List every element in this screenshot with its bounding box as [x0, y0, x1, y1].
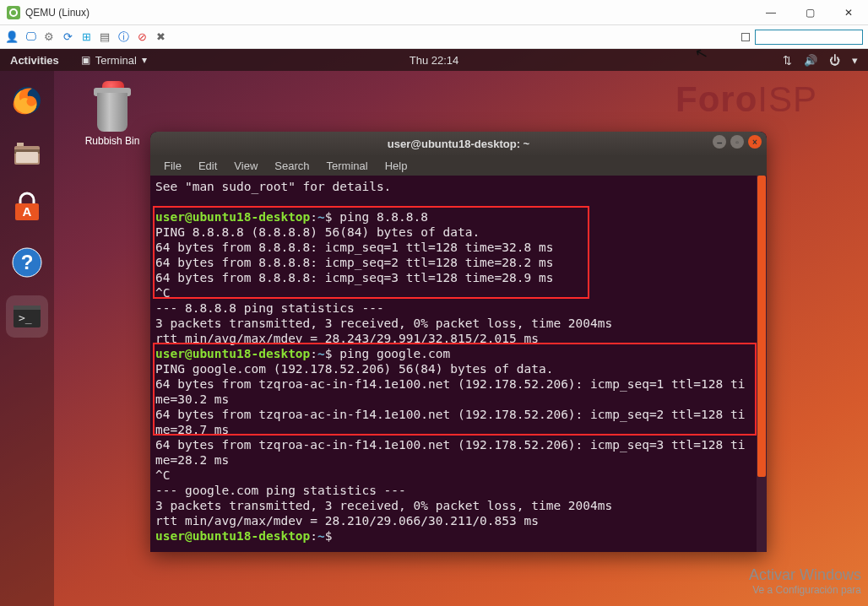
term-line: ^C — [155, 286, 170, 300]
activation-line1: Activar Windows — [749, 566, 861, 584]
term-line: rtt min/avg/max/mdev = 28.243/29.991/32.… — [155, 332, 539, 345]
svg-rect-3 — [17, 143, 24, 146]
dock-software[interactable]: A — [6, 187, 48, 230]
active-app-menu[interactable]: ▣ Terminal ▾ — [81, 54, 147, 67]
menu-file[interactable]: File — [157, 158, 188, 174]
term-cmd: ping google.com — [333, 347, 451, 360]
term-line: See "man sudo_root" for details. — [155, 180, 391, 193]
term-line: me=30.2 ms — [155, 392, 229, 406]
user-icon[interactable]: 👤 — [5, 30, 19, 44]
chevron-down-icon: ▾ — [142, 54, 147, 66]
menu-edit[interactable]: Edit — [192, 158, 224, 174]
close-button[interactable]: ✕ — [829, 0, 868, 25]
terminal-window: user@ubuntu18-desktop: ~ ‒ ▫ × File Edit… — [150, 132, 767, 552]
term-line: me=28.2 ms — [155, 453, 229, 467]
prompt-path: ~ — [317, 347, 325, 360]
terminal-body[interactable]: See "man sudo_root" for details. user@ub… — [150, 176, 767, 552]
windows-activation-watermark: Activar Windows Ve a Configuración para — [749, 566, 861, 596]
trash-icon — [92, 83, 133, 132]
clock[interactable]: Thu 22:14 — [410, 54, 459, 67]
power-icon[interactable]: ⏻ — [829, 54, 840, 67]
qemu-toolbar-input[interactable] — [755, 30, 863, 45]
dock-help[interactable]: ? — [6, 241, 48, 284]
chevron-down-icon[interactable]: ▾ — [852, 54, 858, 67]
dock-files[interactable] — [6, 133, 48, 176]
gear-icon[interactable]: ⚙ — [42, 30, 56, 44]
qemu-icon — [7, 6, 20, 19]
term-line: me=28.7 ms — [155, 423, 229, 436]
term-line: 64 bytes from 8.8.8.8: icmp_seq=3 ttl=12… — [155, 271, 553, 284]
term-line: 3 packets transmitted, 3 received, 0% pa… — [155, 317, 612, 330]
scrollbar-thumb[interactable] — [757, 176, 766, 477]
menu-terminal[interactable]: Terminal — [320, 158, 375, 174]
network-icon[interactable]: ⇅ — [783, 54, 792, 67]
term-line: --- 8.8.8.8 ping statistics --- — [155, 301, 384, 315]
cancel-icon[interactable]: ✖ — [154, 30, 167, 44]
terminal-scrollbar[interactable] — [757, 176, 767, 552]
ubuntu-desktop: ForoISP Activities ▣ Terminal ▾ Thu 22:1… — [0, 49, 868, 606]
term-line: PING google.com (192.178.52.206) 56(84) … — [155, 362, 553, 376]
dock-terminal[interactable]: >_ — [6, 295, 48, 338]
svg-rect-11 — [14, 306, 41, 310]
info-icon[interactable]: ⓘ — [117, 30, 130, 44]
minimize-button[interactable]: — — [751, 0, 790, 25]
activation-line2: Ve a Configuración para — [749, 584, 861, 596]
prompt-userhost: user@ubuntu18-desktop — [155, 210, 310, 224]
terminal-title: user@ubuntu18-desktop: ~ — [388, 138, 529, 150]
term-line: 3 packets transmitted, 3 received, 0% pa… — [155, 499, 612, 512]
menu-help[interactable]: Help — [378, 158, 415, 174]
menu-view[interactable]: View — [227, 158, 264, 174]
volume-icon[interactable]: 🔊 — [804, 54, 817, 67]
term-line: 64 bytes from 8.8.8.8: icmp_seq=2 ttl=12… — [155, 256, 553, 269]
active-app-label: Terminal — [95, 54, 137, 67]
qemu-titlebar: QEMU (Linux) — ▢ ✕ — [0, 0, 868, 25]
windows-icon[interactable]: ⊞ — [79, 30, 93, 44]
svg-text:A: A — [23, 204, 32, 219]
maximize-button[interactable]: ▢ — [790, 0, 829, 25]
rubbish-bin-label: Rubbish Bin — [78, 135, 147, 147]
qemu-title: QEMU (Linux) — [25, 7, 90, 19]
term-line: 64 bytes from tzqroa-ac-in-f14.1e100.net… — [155, 438, 745, 452]
terminal-close-button[interactable]: × — [748, 135, 762, 149]
watermark-foroisp: ForoISP — [675, 79, 817, 120]
qemu-toolbar: 👤 🖵 ⚙ ⟳ ⊞ ▤ ⓘ ⊘ ✖ — [0, 25, 868, 49]
terminal-minimize-button[interactable]: ‒ — [713, 135, 726, 149]
term-line: --- google.com ping statistics --- — [155, 484, 406, 497]
dock-firefox[interactable] — [6, 79, 48, 122]
window-controls: — ▢ ✕ — [751, 0, 868, 25]
svg-rect-4 — [16, 152, 38, 163]
gnome-topbar: Activities ▣ Terminal ▾ Thu 22:14 ⇅ 🔊 ⏻ … — [0, 49, 868, 71]
term-line: 64 bytes from 8.8.8.8: icmp_seq=1 ttl=12… — [155, 241, 553, 254]
menu-search[interactable]: Search — [268, 158, 316, 174]
term-line: 64 bytes from tzqroa-ac-in-f14.1e100.net… — [155, 408, 745, 421]
term-line: PING 8.8.8.8 (8.8.8.8) 56(84) bytes of d… — [155, 225, 480, 239]
mouse-cursor: ↖ — [692, 49, 709, 64]
prompt-userhost: user@ubuntu18-desktop — [155, 347, 310, 360]
rubbish-bin[interactable]: Rubbish Bin — [78, 83, 147, 147]
term-cmd: ping 8.8.8.8 — [333, 210, 429, 224]
expand-icon[interactable] — [741, 33, 750, 41]
terminal-maximize-button[interactable]: ▫ — [730, 135, 744, 149]
term-line: 64 bytes from tzqroa-ac-in-f14.1e100.net… — [155, 377, 745, 391]
dock: A ? >_ — [0, 71, 54, 606]
disk-icon[interactable]: ▤ — [98, 30, 111, 44]
term-line: rtt min/avg/max/mdev = 28.210/29.066/30.… — [155, 514, 539, 528]
svg-text:>_: >_ — [19, 311, 32, 324]
term-cursor — [333, 529, 340, 543]
terminal-menubar: File Edit View Search Terminal Help — [150, 155, 767, 176]
prompt-path: ~ — [317, 529, 325, 543]
monitor-icon[interactable]: 🖵 — [24, 30, 37, 44]
terminal-titlebar[interactable]: user@ubuntu18-desktop: ~ ‒ ▫ × — [150, 132, 767, 155]
error-icon[interactable]: ⊘ — [135, 30, 149, 44]
activities-button[interactable]: Activities — [10, 54, 59, 67]
terminal-icon: ▣ — [81, 54, 90, 66]
refresh-icon[interactable]: ⟳ — [61, 30, 74, 44]
prompt-path: ~ — [317, 210, 325, 224]
prompt-userhost: user@ubuntu18-desktop — [155, 529, 310, 543]
term-line: ^C — [155, 468, 170, 482]
svg-text:?: ? — [21, 251, 34, 273]
